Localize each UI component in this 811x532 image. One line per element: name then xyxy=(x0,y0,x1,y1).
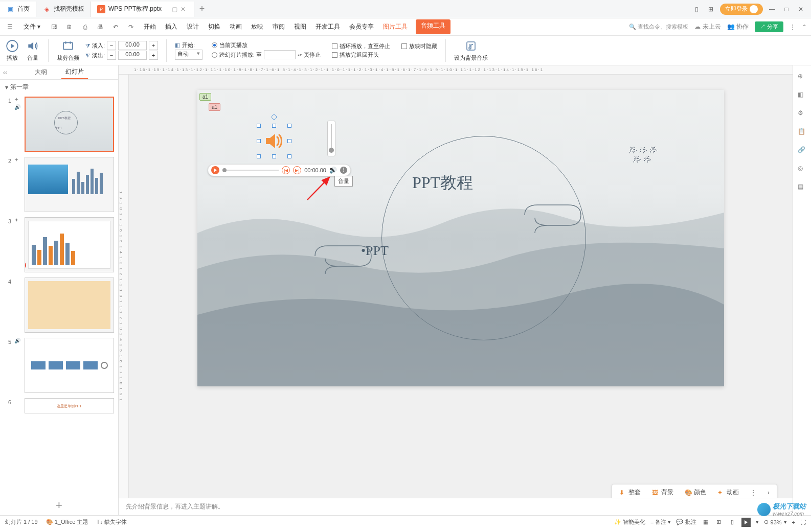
print-icon[interactable]: ⎙ xyxy=(79,21,91,33)
fadeout-minus[interactable]: − xyxy=(107,51,116,60)
volume-slider[interactable] xyxy=(327,121,335,156)
player-seek[interactable] xyxy=(222,170,279,171)
thumb-6[interactable]: 这里是单例PPT xyxy=(25,398,114,413)
rb-link-icon[interactable]: 🔗 xyxy=(798,146,807,155)
ribbon-volume[interactable]: 音量 xyxy=(26,39,40,62)
rb-location-icon[interactable]: ◎ xyxy=(798,165,807,174)
chk-hide[interactable] xyxy=(401,43,407,49)
start-select[interactable]: 自动 xyxy=(175,50,202,60)
tab-member[interactable]: 会员专享 xyxy=(348,19,375,34)
rb-ai-icon[interactable]: ⊕ xyxy=(798,73,807,82)
notes-pane[interactable]: 先介绍背景信息，再进入主题讲解。 xyxy=(119,498,793,515)
thumb-2[interactable] xyxy=(25,157,114,212)
view-slideshow-drop[interactable]: ▾ xyxy=(756,519,759,525)
collapse-ribbon-icon[interactable]: ⌃ xyxy=(802,24,807,31)
status-notes-btn[interactable]: ≡ 备注 ▾ xyxy=(650,518,671,526)
undo-icon[interactable]: ↶ xyxy=(110,21,121,33)
rb-settings-icon[interactable]: ⚙ xyxy=(798,109,807,119)
resize-handle-n[interactable] xyxy=(272,124,276,128)
zoom-dec-icon[interactable]: ⊖ xyxy=(764,519,769,525)
tab-home[interactable]: ▣ 首页 xyxy=(0,2,36,17)
fadeout-input[interactable]: 00.00 xyxy=(118,51,147,60)
resize-handle-w[interactable] xyxy=(257,139,261,143)
close-button[interactable]: ✕ xyxy=(796,4,806,14)
tab-templates[interactable]: ◈ 找稻壳模板 xyxy=(36,2,91,17)
print-preview-icon[interactable]: 🖶 xyxy=(95,21,106,33)
chk-rewind[interactable] xyxy=(332,52,337,58)
tab-review[interactable]: 审阅 xyxy=(272,19,286,34)
view-reading-icon[interactable]: ▯ xyxy=(728,518,736,526)
menu-icon[interactable]: ☰ xyxy=(4,21,15,33)
resize-handle-nw[interactable] xyxy=(257,124,261,128)
thumb-3[interactable] xyxy=(25,217,114,272)
resize-handle-ne[interactable] xyxy=(287,124,291,128)
status-missing-font[interactable]: T↓ 缺失字体 xyxy=(96,518,126,526)
grid-icon-1[interactable]: ▯ xyxy=(691,4,702,14)
fadein-minus[interactable]: − xyxy=(107,41,116,50)
tab-picture-tools[interactable]: 图片工具 xyxy=(382,19,409,34)
volume-thumb[interactable] xyxy=(329,148,334,153)
close-icon[interactable]: ✕ xyxy=(181,6,188,13)
rb-layout-icon[interactable]: ▤ xyxy=(798,183,807,192)
more-icon[interactable]: ⋮ xyxy=(790,24,796,31)
resize-handle-s[interactable] xyxy=(272,154,276,158)
radio-cross-slides[interactable] xyxy=(212,52,217,58)
slide-canvas[interactable]: a1 a1 PPT教程 •PPT 𐂂 𐂂 𐂂 𐂂 𐂂 xyxy=(197,90,724,386)
tab-transition[interactable]: 切换 xyxy=(207,19,221,34)
player-play-button[interactable] xyxy=(211,166,219,174)
ft-replace[interactable]: ⬇整套 xyxy=(615,487,645,498)
ft-anim[interactable]: ✦动画 xyxy=(713,487,743,498)
add-slide-button[interactable]: + xyxy=(0,496,118,515)
fadein-input[interactable]: 00.00 xyxy=(118,41,147,50)
fadeout-plus[interactable]: + xyxy=(149,51,158,60)
search-input[interactable]: 🔍 查找命令、搜索模板 xyxy=(629,23,688,31)
comment-tag-2[interactable]: a1 xyxy=(209,103,220,111)
status-comments-btn[interactable]: 💬 批注 xyxy=(676,518,696,526)
chk-loop[interactable] xyxy=(332,43,337,49)
fadein-plus[interactable]: + xyxy=(149,41,158,50)
tab-start[interactable]: 开始 xyxy=(143,19,157,34)
cloud-status[interactable]: ☁ 未上云 xyxy=(694,22,720,31)
ribbon-bgm[interactable]: 设为背景音乐 xyxy=(454,39,488,62)
resize-handle-sw[interactable] xyxy=(257,154,261,158)
zoom-drop-icon[interactable]: ▾ xyxy=(784,519,787,525)
radio-current-page[interactable] xyxy=(212,42,217,48)
chapter-header[interactable]: ▾ 第一章 xyxy=(0,80,118,95)
ribbon-trim[interactable]: 裁剪音频 xyxy=(57,39,79,62)
thumb-1[interactable]: PPT教程·PPT xyxy=(25,97,114,152)
save-as-icon[interactable]: 🗎 xyxy=(64,21,75,33)
ft-color[interactable]: 🎨颜色 xyxy=(681,487,710,498)
rb-style-icon[interactable]: ◧ xyxy=(798,91,807,100)
grid-icon-2[interactable]: ⊞ xyxy=(706,4,716,14)
ribbon-play[interactable]: 播放 xyxy=(5,39,19,62)
panel-tab-slides[interactable]: 幻灯片 xyxy=(61,65,88,79)
audio-object[interactable] xyxy=(259,126,289,156)
thumb-4[interactable] xyxy=(25,277,114,333)
cross-page-input[interactable] xyxy=(264,50,296,59)
panel-tab-outline[interactable]: 大纲 xyxy=(31,66,51,79)
player-info-button[interactable]: ! xyxy=(340,167,347,174)
save-icon[interactable]: 🖫 xyxy=(49,21,60,33)
rotation-handle[interactable] xyxy=(272,114,277,120)
slide-title[interactable]: PPT教程 xyxy=(412,172,473,194)
player-next-button[interactable]: ▶| xyxy=(293,166,301,174)
tab-devtools[interactable]: 开发工具 xyxy=(314,19,341,34)
thumb-5[interactable] xyxy=(25,338,114,393)
comment-tag-1[interactable]: a1 xyxy=(199,93,211,101)
minimize-button[interactable]: — xyxy=(767,4,777,14)
view-slideshow-icon[interactable] xyxy=(741,518,751,527)
tab-add[interactable]: + xyxy=(194,4,210,14)
fit-icon[interactable]: ⛶ xyxy=(800,519,806,525)
tab-view[interactable]: 视图 xyxy=(293,19,307,34)
ft-bg[interactable]: 🖼背景 xyxy=(648,487,678,498)
rb-clipboard-icon[interactable]: 📋 xyxy=(798,128,807,137)
maximize-button[interactable]: □ xyxy=(781,4,792,14)
collapse-panel-icon[interactable]: ‹‹ xyxy=(3,69,7,76)
tab-animation[interactable]: 动画 xyxy=(229,19,243,34)
ft-next[interactable]: › xyxy=(763,487,774,498)
file-menu[interactable]: 文件 ▾ xyxy=(19,22,44,31)
login-button[interactable]: 立即登录 xyxy=(720,4,763,15)
resize-handle-se[interactable] xyxy=(287,154,291,158)
tab-insert[interactable]: 插入 xyxy=(164,19,178,34)
collab-button[interactable]: 👥 协作 xyxy=(727,22,749,31)
